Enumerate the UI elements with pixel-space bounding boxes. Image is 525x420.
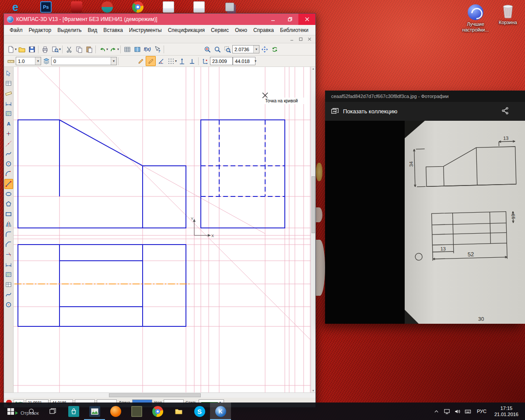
tool-trim[interactable] xyxy=(4,249,13,259)
tool-measure[interactable] xyxy=(4,88,13,98)
dropdown-arrow-icon[interactable]: ▾ xyxy=(255,59,256,63)
menu-specification[interactable]: Спецификация xyxy=(165,26,208,35)
menu-tools[interactable]: Инструменты xyxy=(126,26,165,35)
dropdown-arrow-icon[interactable]: ▾ xyxy=(117,47,119,51)
taskbar-app-firefox[interactable] xyxy=(105,402,126,420)
share-button[interactable] xyxy=(501,107,509,116)
red-app-icon[interactable] xyxy=(71,1,82,13)
tool-fillet[interactable] xyxy=(4,229,13,239)
maximize-button[interactable] xyxy=(281,14,298,25)
tool-polygon[interactable] xyxy=(4,199,13,209)
pencil-mode-button[interactable] xyxy=(136,56,146,66)
dropdown-arrow-icon[interactable]: ▾ xyxy=(253,46,259,53)
library-manager-button[interactable] xyxy=(132,44,142,54)
menu-view[interactable]: Вид xyxy=(85,26,101,35)
taskbar-app-chrome[interactable] xyxy=(147,402,168,420)
tool-dimension[interactable] xyxy=(4,98,13,108)
context-help-button[interactable] xyxy=(152,44,162,54)
menu-editor[interactable]: Редактор xyxy=(26,26,55,35)
dropdown-arrow-icon[interactable]: ▾ xyxy=(111,57,116,65)
scroll-up-icon[interactable]: ▲ xyxy=(311,67,315,70)
cursor-x-field[interactable]: 23.009 xyxy=(210,57,233,65)
save-button[interactable] xyxy=(27,44,37,54)
snap-step-button[interactable] xyxy=(6,56,16,66)
zoom-area-button[interactable] xyxy=(222,44,232,54)
close-button[interactable] xyxy=(298,14,315,25)
hscroll-thumb[interactable] xyxy=(109,393,201,397)
photo-viewer[interactable]: 13 34 13 13 52 30 xyxy=(325,121,525,324)
tool-mirror[interactable] xyxy=(4,219,13,229)
open-button[interactable] xyxy=(17,44,27,54)
taskbar-app-explorer[interactable] xyxy=(168,402,189,420)
refresh-button[interactable] xyxy=(270,44,280,54)
tool-circle[interactable] xyxy=(4,159,13,169)
photoshop-icon[interactable]: Ps xyxy=(40,1,52,13)
task-view-button[interactable] xyxy=(42,402,63,420)
taskbar-app-kompas[interactable]: K xyxy=(210,402,231,420)
tool-arc[interactable] xyxy=(4,169,13,179)
tool-table2[interactable] xyxy=(4,280,13,290)
child-restore-button[interactable] xyxy=(297,36,304,42)
taskbar-app-skype[interactable]: S xyxy=(189,402,210,420)
child-close-button[interactable] xyxy=(306,36,313,42)
edge-icon[interactable]: e xyxy=(10,1,21,13)
dropdown-arrow-icon[interactable]: ▾ xyxy=(59,47,61,51)
menu-service[interactable]: Сервис xyxy=(208,26,232,35)
round-app-icon[interactable] xyxy=(102,1,113,13)
layer-combo[interactable]: 0 ▾ xyxy=(51,57,117,65)
print-preview-button[interactable] xyxy=(50,44,60,54)
scroll-down-icon[interactable]: ▼ xyxy=(311,389,315,392)
tool-ellipse[interactable] xyxy=(4,189,13,199)
tool-circle2[interactable] xyxy=(4,300,13,310)
fx-button[interactable]: f(x) xyxy=(142,44,152,54)
copy-button[interactable] xyxy=(74,44,84,54)
line-width-combo[interactable]: 1.0 ▾ xyxy=(16,57,41,65)
touch-keyboard-status[interactable] xyxy=(463,408,473,415)
variable-manager-button[interactable] xyxy=(122,44,132,54)
drawing-canvas[interactable]: Y X Точка на кривой xyxy=(14,67,311,392)
volume-status[interactable] xyxy=(452,408,463,415)
snap-settings-button[interactable] xyxy=(146,56,156,66)
menu-insert[interactable]: Вставка xyxy=(100,26,126,35)
new-document-button[interactable] xyxy=(6,44,16,54)
clock[interactable]: 17:15 21.01.2016 xyxy=(490,405,523,418)
zoom-button[interactable] xyxy=(212,44,222,54)
pan-button[interactable] xyxy=(259,44,270,54)
tool-hatch[interactable] xyxy=(4,108,13,119)
tool-dimension-linear[interactable] xyxy=(4,259,13,270)
dropdown-arrow-icon[interactable]: ▾ xyxy=(35,57,41,65)
taskbar-app-dark[interactable] xyxy=(126,402,147,420)
menu-libraries[interactable]: Библиотеки xyxy=(277,26,312,35)
document-icon[interactable] xyxy=(193,1,205,13)
shortcut-best-settings[interactable]: Лучшие настройки... xyxy=(458,4,493,32)
tool-hatch2[interactable] xyxy=(4,270,13,280)
tool-spline2[interactable] xyxy=(4,290,13,300)
property-tab-segment[interactable]: Отрезок xyxy=(15,410,38,416)
show-collection-button[interactable]: Показать коллекцию xyxy=(325,102,403,121)
cursor-y-field[interactable]: 44.018 xyxy=(233,57,256,65)
minimize-button[interactable] xyxy=(264,14,281,25)
windows-app-icon[interactable] xyxy=(224,1,235,13)
menu-window[interactable]: Окно xyxy=(232,26,250,35)
tool-text[interactable] xyxy=(4,119,13,129)
angle-button[interactable] xyxy=(156,56,166,66)
menu-select[interactable]: Выделить xyxy=(54,26,84,35)
tool-point[interactable] xyxy=(4,129,13,139)
paste-button[interactable] xyxy=(84,44,94,54)
tool-chamfer[interactable] xyxy=(4,239,13,249)
taskbar-app-store[interactable] xyxy=(63,402,84,420)
language-indicator[interactable]: РУС xyxy=(473,409,490,414)
zoom-in-button[interactable] xyxy=(202,44,212,54)
tool-aux-line[interactable] xyxy=(4,139,13,149)
local-csys-button[interactable] xyxy=(177,56,187,66)
child-minimize-button[interactable] xyxy=(288,36,296,42)
print-button[interactable] xyxy=(40,44,50,54)
tool-spline[interactable] xyxy=(4,149,13,159)
shortcut-recycle-bin[interactable]: Корзина xyxy=(491,3,525,25)
layers-button[interactable] xyxy=(41,56,51,66)
undo-button[interactable] xyxy=(97,44,107,54)
taskbar-app-photos[interactable] xyxy=(84,402,105,420)
horizontal-scrollbar[interactable] xyxy=(4,392,315,398)
network-status[interactable] xyxy=(442,408,452,415)
tool-segment[interactable] xyxy=(4,179,13,189)
